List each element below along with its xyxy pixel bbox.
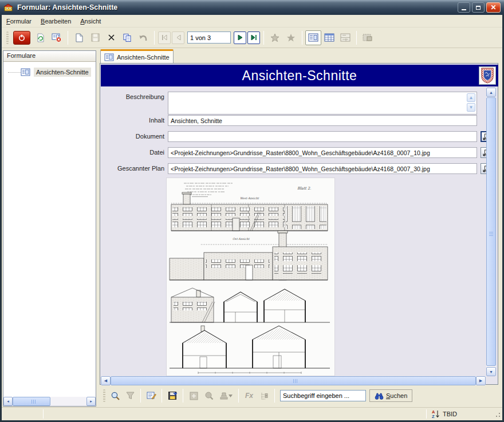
plus-icon (190, 392, 198, 400)
maximize-icon (476, 6, 481, 10)
save-search-button[interactable] (165, 389, 180, 403)
field-label-datei: Datei (101, 149, 164, 156)
scroll-left-button[interactable]: ◀ (101, 376, 111, 385)
tabstrip: Ansichten-Schnitte (99, 49, 501, 63)
sidebar-item-ansichten-schnitte[interactable]: Ansichten-Schnitte (3, 66, 96, 78)
search-zoom-button[interactable] (108, 389, 123, 403)
menu-item-bearbeiten[interactable]: Bearbeiten (36, 15, 76, 27)
first-record-icon (162, 35, 168, 40)
field-label-beschreibung: Beschreibung (101, 93, 164, 100)
drawing-ost-label: Ost-Ansicht (233, 237, 250, 240)
view-form-button[interactable] (305, 30, 321, 45)
gescannter-plan-input[interactable] (168, 163, 477, 174)
edit-form-button[interactable] (144, 389, 159, 403)
form-title: Ansichten-Schnitte (242, 68, 357, 84)
inhalt-input[interactable] (168, 115, 477, 126)
fx-icon: Fx (245, 392, 253, 400)
close-form-button[interactable] (49, 30, 65, 45)
last-record-icon (251, 35, 257, 40)
spinner-down-button[interactable]: ▼ (467, 103, 475, 112)
horizontal-scroll-thumb[interactable] (111, 376, 476, 385)
tab-ansichten-schnitte[interactable]: Ansichten-Schnitte (100, 49, 174, 63)
floppy-disk-icon (168, 391, 177, 400)
tab-label: Ansichten-Schnitte (117, 54, 170, 61)
datei-input[interactable] (168, 147, 477, 158)
scroll-up-button[interactable]: ▲ (486, 88, 496, 97)
star-outline-button (267, 30, 283, 45)
remove-filter-button: Fx (242, 389, 257, 403)
copy-record-button[interactable] (119, 30, 135, 45)
minimize-button[interactable] (458, 2, 470, 13)
exit-button[interactable] (13, 31, 30, 45)
close-form-icon (52, 33, 62, 42)
sidebar-horizontal-scrollbar[interactable]: ◂ ▸ (3, 397, 96, 406)
design-view-icon (363, 33, 373, 42)
copy-icon (123, 33, 132, 42)
minimize-icon (462, 9, 466, 10)
menu-item-formular[interactable]: Formular (2, 15, 36, 27)
window-title: Formular: Ansichten-Schnitte (17, 3, 117, 11)
menu-item-ansicht[interactable]: Ansicht (76, 15, 105, 27)
scroll-down-button[interactable]: ▼ (486, 367, 496, 376)
magnifier-icon (111, 391, 120, 401)
refresh-form-button[interactable] (33, 30, 49, 45)
tree-branch-line (8, 72, 21, 73)
titlebar: Formular: Ansichten-Schnitte ✕ (0, 0, 504, 15)
horizontal-scrollbar[interactable]: ◀ ▶ (101, 376, 486, 385)
edit-form-icon (147, 391, 156, 400)
search-toolbar: Fx Suchen (100, 387, 498, 404)
form-area: Ansichten-Schnitte Beschreibung (100, 63, 498, 385)
binoculars-icon (375, 392, 384, 400)
form-icon (104, 53, 114, 61)
split-view-icon (340, 33, 351, 42)
toolbar-grip[interactable] (6, 31, 9, 44)
toolbar-separator (183, 389, 183, 403)
delete-record-button[interactable] (103, 30, 119, 45)
view-table-button[interactable] (321, 30, 337, 45)
status-separator (426, 409, 427, 419)
beschreibung-textarea[interactable]: ▲ ▼ (168, 92, 477, 115)
vertical-scroll-thumb[interactable] (486, 97, 496, 366)
statusbar: A Z TBID (2, 407, 502, 420)
status-field-id: TBID (443, 411, 457, 417)
scroll-right-button[interactable]: ▸ (86, 397, 96, 406)
tree-item-label[interactable]: Ansichten-Schnitte (34, 68, 91, 77)
record-position-input[interactable] (187, 31, 231, 44)
add-search-button (186, 389, 201, 403)
star-filled-button (283, 30, 299, 45)
field-label-inhalt: Inhalt (101, 117, 164, 124)
nav-previous-button (172, 31, 184, 44)
vertical-scrollbar[interactable]: ▲ ▼ (486, 88, 496, 376)
sidebar-scroll-thumb[interactable] (13, 397, 50, 406)
caret-down-icon (229, 395, 233, 397)
main-toolbar (2, 27, 502, 48)
preview-button (201, 389, 216, 403)
close-icon: ✕ (490, 3, 496, 11)
delete-icon (108, 34, 115, 41)
drawing-sheet-label: Blatt 2. (297, 186, 311, 191)
spinner-up-button[interactable]: ▲ (467, 93, 475, 102)
nav-next-button[interactable] (234, 31, 246, 44)
star-icon (270, 33, 279, 42)
search-button[interactable]: Suchen (369, 389, 412, 402)
new-record-button[interactable] (71, 30, 87, 45)
scroll-right-button[interactable]: ▶ (476, 376, 486, 385)
resize-grip[interactable] (494, 411, 501, 418)
field-label-gescannter-plan: Gescannter Plan (101, 165, 164, 172)
maximize-button[interactable] (472, 2, 485, 13)
table-view-icon (324, 33, 334, 42)
save-record-button (87, 30, 103, 45)
next-record-icon (238, 35, 243, 40)
nav-last-button[interactable] (247, 31, 260, 44)
form-header: Ansichten-Schnitte (101, 65, 498, 86)
dokument-input[interactable] (168, 131, 477, 142)
close-button[interactable]: ✕ (486, 2, 501, 13)
toolbar-separator (68, 31, 68, 45)
toolbar-grip[interactable] (103, 389, 105, 402)
scroll-left-button[interactable]: ◂ (3, 397, 13, 406)
stamp-button (216, 389, 235, 403)
search-input[interactable] (280, 390, 366, 401)
toolbar-separator (140, 389, 141, 403)
sidebar-header: Formulare (3, 51, 96, 62)
power-icon (18, 34, 26, 42)
